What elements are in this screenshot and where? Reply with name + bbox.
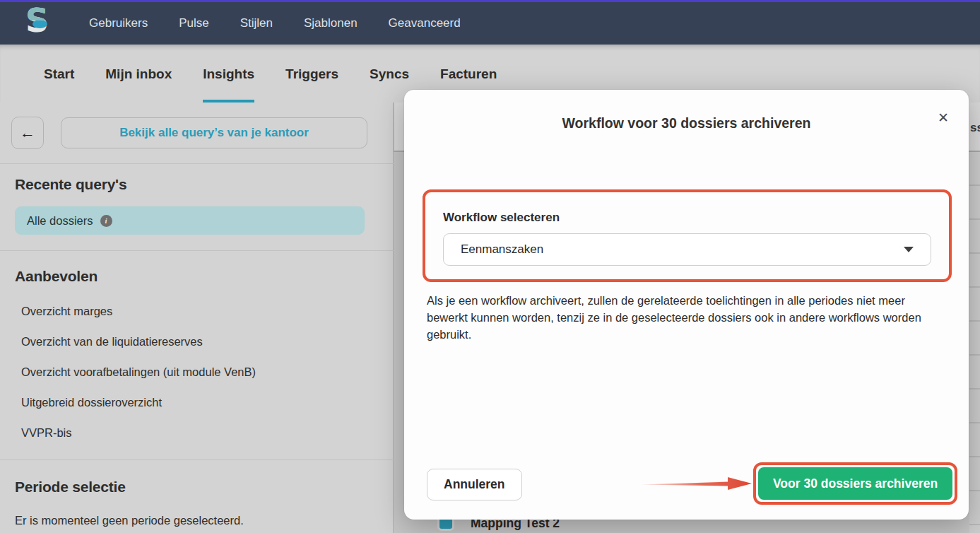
nav-item-geavanceerd[interactable]: Geavanceerd xyxy=(389,16,461,30)
archive-workflow-modal: Workflow voor 30 dossiers archiveren ✕ W… xyxy=(404,90,969,520)
recent-queries-heading: Recente query's xyxy=(15,176,126,193)
tab-syncs[interactable]: Syncs xyxy=(370,45,409,102)
sidebar-divider xyxy=(0,459,394,460)
recent-query-label: Alle dossiers xyxy=(27,214,93,228)
nav-item-sjablonen[interactable]: Sjablonen xyxy=(304,16,358,30)
nav-item-pulse[interactable]: Pulse xyxy=(179,16,209,30)
annotation-arrow-icon xyxy=(640,474,755,493)
close-icon[interactable]: ✕ xyxy=(938,111,949,124)
cancel-button[interactable]: Annuleren xyxy=(427,469,522,500)
annotation-highlight-confirm: Voor 30 dossiers archiveren xyxy=(753,462,957,505)
archive-confirm-button[interactable]: Voor 30 dossiers archiveren xyxy=(758,467,952,500)
period-empty-text: Er is momenteel geen periode geselecteer… xyxy=(15,514,244,527)
view-all-queries-button[interactable]: Bekijk alle query’s van je kantoor xyxy=(61,117,367,148)
tab-insights[interactable]: Insights xyxy=(203,45,254,102)
top-navbar: S S Gebruikers Pulse Stijlen Sjablonen G… xyxy=(0,0,980,45)
workflow-select-value: Eenmanszaken xyxy=(461,242,904,257)
period-selection-heading: Periode selectie xyxy=(15,479,126,496)
archive-warning-text: Als je een workflow archiveert, zullen d… xyxy=(427,293,947,344)
recommended-heading: Aanbevolen xyxy=(15,268,98,285)
recommended-item-dossieroverzicht[interactable]: Uitgebreid dossieroverzicht xyxy=(21,387,379,418)
nav-item-stijlen[interactable]: Stijlen xyxy=(240,16,273,30)
annotation-highlight-select: Workflow selecteren Eenmanszaken xyxy=(423,189,952,282)
workflow-select-dropdown[interactable]: Eenmanszaken xyxy=(443,233,931,266)
silverfin-logo-icon[interactable]: S S xyxy=(25,4,58,42)
partial-column-text: ss xyxy=(970,121,980,135)
recent-query-alle-dossiers[interactable]: Alle dossiers i xyxy=(15,206,365,235)
back-button[interactable]: ← xyxy=(11,117,44,149)
sidebar-divider xyxy=(0,250,394,251)
app-root: S S Gebruikers Pulse Stijlen Sjablonen G… xyxy=(0,0,980,533)
recommended-item-vvpr-bis[interactable]: VVPR-bis xyxy=(21,418,379,448)
logo-dot xyxy=(33,20,47,28)
top-nav-items: Gebruikers Pulse Stijlen Sjablonen Geava… xyxy=(89,16,461,30)
recommended-list: Overzicht marges Overzicht van de liquid… xyxy=(21,296,379,448)
recommended-item-voorafbetalingen[interactable]: Overzicht voorafbetalingen (uit module V… xyxy=(21,357,379,387)
recommended-item-overzicht-marges[interactable]: Overzicht marges xyxy=(21,296,379,327)
workflow-select-label: Workflow selecteren xyxy=(443,211,560,225)
recommended-item-liquidatiereserves[interactable]: Overzicht van de liquidatiereserves xyxy=(21,327,379,357)
chevron-down-icon xyxy=(904,247,914,252)
modal-title: Workflow voor 30 dossiers archiveren xyxy=(404,115,969,131)
info-icon[interactable]: i xyxy=(100,215,112,227)
tab-triggers[interactable]: Triggers xyxy=(285,45,338,102)
sidebar-divider xyxy=(0,163,394,164)
background-table-rows xyxy=(969,152,980,533)
nav-item-gebruikers[interactable]: Gebruikers xyxy=(89,16,148,30)
back-arrow-icon: ← xyxy=(20,124,35,142)
tab-start[interactable]: Start xyxy=(44,45,74,102)
query-sidebar: ← Bekijk alle query’s van je kantoor Rec… xyxy=(0,102,394,533)
tab-mijn-inbox[interactable]: Mijn inbox xyxy=(105,45,172,102)
